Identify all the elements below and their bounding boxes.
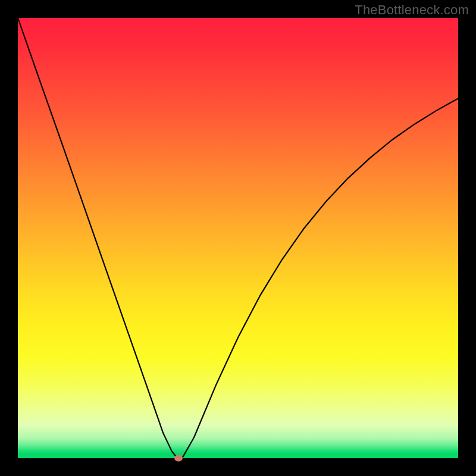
chart-curve — [18, 18, 458, 458]
chart-minimum-marker — [174, 455, 183, 462]
chart-plot-area — [18, 18, 458, 458]
watermark-text: TheBottleneck.com — [355, 2, 469, 18]
